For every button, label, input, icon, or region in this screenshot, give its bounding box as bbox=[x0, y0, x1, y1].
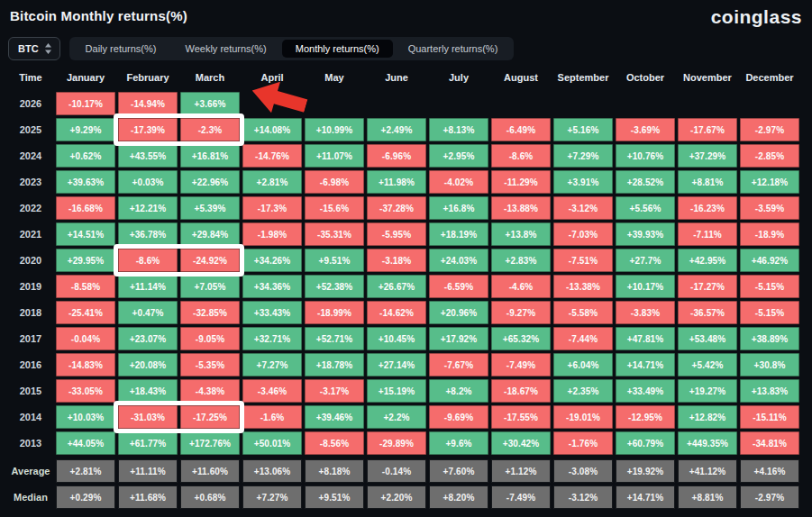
return-cell-2019-april: +34.36% bbox=[242, 275, 302, 298]
row-label-median: Median bbox=[8, 485, 53, 509]
coinglass-monthly-returns-page: Bitcoin Monthly returns(%) coinglass BTC… bbox=[0, 0, 812, 509]
return-cell-2015-november: +19.27% bbox=[678, 379, 737, 403]
return-cell-2018-may: -18.99% bbox=[305, 301, 364, 324]
return-cell-median-june: +2.20% bbox=[367, 485, 426, 509]
return-cell-2014-july: -9.69% bbox=[429, 405, 488, 429]
return-cell-2014-june: +2.2% bbox=[367, 405, 426, 429]
return-cell-2020-january: +29.95% bbox=[56, 249, 115, 272]
return-cell-2016-june: +27.14% bbox=[367, 353, 426, 376]
return-cell-2014-december: -15.11% bbox=[740, 405, 799, 429]
return-cell-2023-april: +2.81% bbox=[242, 170, 302, 194]
row-label-2023: 2023 bbox=[8, 170, 53, 194]
return-cell-2016-december: +30.8% bbox=[740, 353, 799, 376]
return-cell-2024-august: -8.6% bbox=[491, 144, 551, 168]
return-cell-2017-april: +32.71% bbox=[242, 327, 302, 350]
return-cell-median-february: +11.68% bbox=[118, 485, 178, 509]
return-cell-2019-may: +52.38% bbox=[305, 275, 364, 298]
return-cell-2016-january: -14.83% bbox=[56, 353, 115, 376]
return-cell-median-september: -3.12% bbox=[553, 485, 613, 509]
column-header-january: January bbox=[56, 68, 115, 86]
table-row-2014: 2014+10.03%-31.03%-17.25%-1.6%+39.46%+2.… bbox=[8, 405, 804, 429]
table-row-2025: 2025+9.29%-17.39%-2.3%+14.08%+10.99%+2.4… bbox=[8, 118, 804, 141]
return-cell-2016-may: +18.78% bbox=[305, 353, 364, 376]
return-cell-2026-november bbox=[678, 92, 737, 115]
return-cell-2022-june: -37.28% bbox=[367, 196, 426, 220]
return-cell-2016-november: +5.42% bbox=[678, 353, 737, 376]
return-cell-2014-august: -17.55% bbox=[491, 405, 551, 429]
return-cell-average-july: +7.60% bbox=[429, 459, 488, 483]
return-cell-2023-october: +28.52% bbox=[616, 170, 675, 194]
return-cell-2022-july: +16.8% bbox=[429, 196, 488, 220]
row-label-2016: 2016 bbox=[8, 353, 53, 376]
tab-daily-returns[interactable]: Daily returns(%) bbox=[72, 40, 170, 58]
return-cell-2026-january: -10.17% bbox=[56, 92, 115, 115]
return-cell-2021-april: -1.98% bbox=[242, 222, 302, 246]
return-cell-average-february: +11.11% bbox=[118, 459, 178, 483]
return-cell-2019-july: -6.59% bbox=[429, 275, 488, 298]
table-row-2020: 2020+29.95%-8.6%-24.92%+34.26%+9.51%-3.1… bbox=[8, 249, 804, 272]
return-cell-2015-june: +15.19% bbox=[367, 379, 426, 403]
column-header-february: February bbox=[118, 68, 178, 86]
table-row-2022: 2022-16.68%+12.21%+5.39%-17.3%-15.6%-37.… bbox=[8, 196, 804, 220]
return-cell-2026-august bbox=[491, 92, 551, 115]
return-cell-average-june: -0.14% bbox=[367, 459, 426, 483]
tab-monthly-returns[interactable]: Monthly returns(%) bbox=[282, 40, 393, 58]
column-header-may: May bbox=[305, 68, 364, 86]
return-cell-2021-december: -18.9% bbox=[740, 222, 799, 246]
table-row-2021: 2021+14.51%+36.78%+29.84%-1.98%-35.31%-5… bbox=[8, 222, 804, 246]
return-cell-2021-september: -7.03% bbox=[553, 222, 613, 246]
return-cell-2022-march: +5.39% bbox=[180, 196, 240, 220]
return-cell-2015-october: +33.49% bbox=[616, 379, 675, 403]
column-header-april: April bbox=[242, 68, 302, 86]
return-cell-2015-april: -3.46% bbox=[242, 379, 302, 403]
return-cell-median-january: +0.29% bbox=[56, 485, 115, 509]
return-cell-2026-september bbox=[553, 92, 613, 115]
column-header-november: November bbox=[678, 68, 737, 86]
return-cell-2021-february: +36.78% bbox=[118, 222, 178, 246]
return-cell-2016-march: -5.35% bbox=[180, 353, 240, 376]
return-cell-2017-february: +23.07% bbox=[118, 327, 178, 350]
return-cell-2020-october: +27.7% bbox=[616, 249, 675, 272]
return-cell-average-march: +11.60% bbox=[180, 459, 240, 483]
return-cell-2022-december: -3.59% bbox=[740, 196, 799, 220]
table-row-average: Average+2.81%+11.11%+11.60%+13.06%+8.18%… bbox=[8, 459, 804, 483]
return-cell-2023-february: +0.03% bbox=[118, 170, 178, 194]
return-cell-2018-october: -3.83% bbox=[616, 301, 675, 324]
table-row-2015: 2015-33.05%+18.43%-4.38%-3.46%-3.17%+15.… bbox=[8, 379, 804, 403]
return-cell-average-november: +41.12% bbox=[678, 459, 737, 483]
return-cell-2013-july: +9.6% bbox=[429, 431, 488, 455]
return-cell-2025-april: +14.08% bbox=[242, 118, 302, 141]
coin-selector-value: BTC bbox=[18, 43, 39, 54]
return-cell-2024-december: -2.85% bbox=[740, 144, 799, 168]
tab-weekly-returns[interactable]: Weekly returns(%) bbox=[171, 40, 279, 58]
return-cell-2020-july: +24.03% bbox=[429, 249, 488, 272]
return-cell-2023-may: -6.98% bbox=[305, 170, 364, 194]
return-cell-average-april: +13.06% bbox=[242, 459, 302, 483]
return-cell-2025-february: -17.39% bbox=[118, 118, 178, 141]
return-cell-average-september: -3.08% bbox=[553, 459, 613, 483]
return-cell-2015-december: +13.83% bbox=[740, 379, 799, 403]
return-cell-2026-march: +3.66% bbox=[180, 92, 240, 115]
returns-table: TimeJanuaryFebruaryMarchAprilMayJuneJuly… bbox=[8, 68, 804, 509]
return-cell-2018-july: +20.96% bbox=[429, 301, 488, 324]
row-label-2024: 2024 bbox=[8, 144, 53, 168]
return-cell-2018-june: -14.62% bbox=[367, 301, 426, 324]
return-cell-2017-october: +47.81% bbox=[616, 327, 675, 350]
return-cell-2026-june bbox=[367, 92, 426, 115]
return-cell-2018-march: -32.85% bbox=[180, 301, 240, 324]
return-cell-2021-may: -35.31% bbox=[305, 222, 364, 246]
return-cell-2020-june: -3.18% bbox=[367, 249, 426, 272]
return-cell-2019-february: +11.14% bbox=[118, 275, 178, 298]
return-cell-2023-november: +8.81% bbox=[678, 170, 737, 194]
return-cell-2013-october: +60.79% bbox=[616, 431, 675, 455]
return-cell-2023-january: +39.63% bbox=[56, 170, 115, 194]
tab-quarterly-returns[interactable]: Quarterly returns(%) bbox=[395, 40, 512, 58]
coin-selector[interactable]: BTC bbox=[8, 37, 60, 60]
return-cell-2021-january: +14.51% bbox=[56, 222, 115, 246]
return-cell-2017-june: +10.45% bbox=[367, 327, 426, 350]
return-cell-2017-july: +17.92% bbox=[429, 327, 488, 350]
row-label-average: Average bbox=[8, 459, 53, 483]
return-cell-2018-september: -5.58% bbox=[553, 301, 613, 324]
return-cell-2020-february: -8.6% bbox=[118, 249, 178, 272]
return-cell-2020-september: -7.51% bbox=[553, 249, 613, 272]
